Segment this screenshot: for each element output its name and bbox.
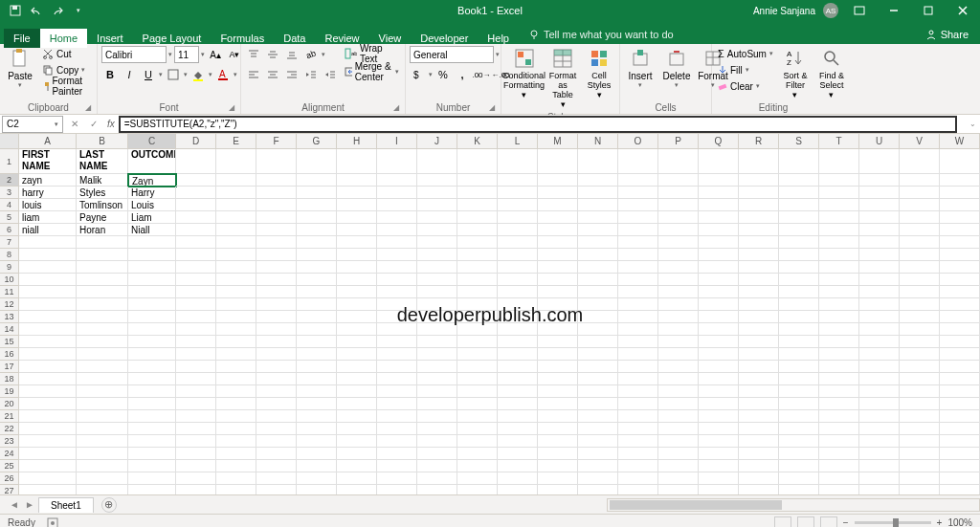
cell[interactable] <box>77 410 128 423</box>
cell[interactable] <box>859 323 900 336</box>
cell[interactable] <box>77 485 128 494</box>
cell[interactable] <box>658 348 699 361</box>
user-name[interactable]: Annie Sanjana <box>753 6 815 16</box>
cell[interactable] <box>337 174 377 187</box>
save-icon[interactable] <box>8 3 23 18</box>
cell[interactable] <box>498 224 538 236</box>
cell[interactable] <box>337 448 377 460</box>
cell[interactable] <box>739 423 779 435</box>
cell[interactable] <box>538 274 578 286</box>
ribbon-display-icon[interactable] <box>846 0 873 21</box>
cell[interactable]: Malik <box>77 174 128 187</box>
cell[interactable] <box>940 298 980 311</box>
cell[interactable] <box>618 311 658 323</box>
cell[interactable] <box>618 398 658 410</box>
cell[interactable] <box>176 348 216 361</box>
column-header[interactable]: O <box>618 134 658 148</box>
cell[interactable] <box>739 187 779 199</box>
cell[interactable] <box>498 298 538 311</box>
cell[interactable] <box>940 361 980 373</box>
cell[interactable] <box>699 261 739 274</box>
cell[interactable] <box>176 298 216 311</box>
cell[interactable] <box>377 174 417 187</box>
cell[interactable] <box>377 348 417 361</box>
cell[interactable] <box>658 236 699 249</box>
column-header[interactable]: K <box>457 134 498 148</box>
cell[interactable] <box>940 348 980 361</box>
cell[interactable] <box>819 224 859 236</box>
cell[interactable] <box>859 460 900 472</box>
cell[interactable] <box>779 211 819 224</box>
cell[interactable] <box>819 249 859 261</box>
column-header[interactable]: H <box>337 134 377 148</box>
cell[interactable] <box>297 249 337 261</box>
cell[interactable] <box>859 249 900 261</box>
cell[interactable] <box>417 423 457 435</box>
cell[interactable] <box>900 348 940 361</box>
cell[interactable] <box>176 187 216 199</box>
cell[interactable] <box>779 323 819 336</box>
cell[interactable] <box>128 373 176 385</box>
cell[interactable] <box>498 373 538 385</box>
cell[interactable] <box>538 224 578 236</box>
cell[interactable] <box>77 286 128 298</box>
cell[interactable] <box>498 423 538 435</box>
cell[interactable] <box>699 410 739 423</box>
cell[interactable] <box>900 149 940 174</box>
cell[interactable] <box>377 286 417 298</box>
italic-button[interactable]: I <box>121 66 138 83</box>
cell[interactable] <box>940 472 980 485</box>
cell[interactable] <box>819 361 859 373</box>
cell[interactable] <box>779 423 819 435</box>
cell[interactable] <box>19 274 77 286</box>
row-header[interactable]: 21 <box>0 410 19 423</box>
align-left-icon[interactable] <box>245 66 262 83</box>
chevron-down-icon[interactable]: ▾ <box>168 51 172 58</box>
cell[interactable] <box>256 348 297 361</box>
cell[interactable]: Payne <box>77 211 128 224</box>
cell[interactable] <box>578 224 618 236</box>
cell[interactable] <box>739 435 779 448</box>
cell[interactable] <box>77 373 128 385</box>
cell[interactable] <box>658 311 699 323</box>
cell[interactable] <box>859 298 900 311</box>
cell[interactable] <box>699 485 739 494</box>
cell[interactable] <box>19 336 77 348</box>
cell[interactable] <box>739 224 779 236</box>
cell[interactable] <box>699 323 739 336</box>
cell[interactable] <box>457 485 498 494</box>
cell[interactable] <box>859 187 900 199</box>
cell[interactable] <box>128 410 176 423</box>
cell[interactable] <box>19 311 77 323</box>
cell[interactable] <box>699 199 739 211</box>
cell[interactable] <box>779 174 819 187</box>
cell[interactable] <box>859 448 900 460</box>
cell[interactable] <box>498 274 538 286</box>
cell[interactable] <box>216 224 256 236</box>
cell[interactable] <box>498 236 538 249</box>
cell[interactable] <box>297 448 337 460</box>
row-header[interactable]: 5 <box>0 211 19 224</box>
cell[interactable] <box>176 373 216 385</box>
clear-button[interactable]: Clear▾ <box>716 78 775 94</box>
cell[interactable]: Zayn <box>128 174 176 187</box>
merge-center-button[interactable]: Merge & Center▾ <box>343 64 401 79</box>
cell[interactable] <box>337 398 377 410</box>
cell[interactable] <box>658 448 699 460</box>
cell[interactable] <box>256 398 297 410</box>
cell[interactable] <box>128 274 176 286</box>
cell[interactable] <box>128 460 176 472</box>
cell[interactable] <box>498 149 538 174</box>
cell[interactable] <box>859 286 900 298</box>
increase-font-icon[interactable]: A▴ <box>207 46 224 63</box>
cell[interactable] <box>297 348 337 361</box>
font-size-input[interactable] <box>174 46 199 63</box>
cell[interactable] <box>417 373 457 385</box>
cell[interactable] <box>297 236 337 249</box>
cell[interactable] <box>77 261 128 274</box>
cell[interactable] <box>417 224 457 236</box>
cell[interactable] <box>297 410 337 423</box>
minimize-icon[interactable] <box>880 0 907 21</box>
cell[interactable] <box>779 385 819 398</box>
cell[interactable] <box>658 249 699 261</box>
